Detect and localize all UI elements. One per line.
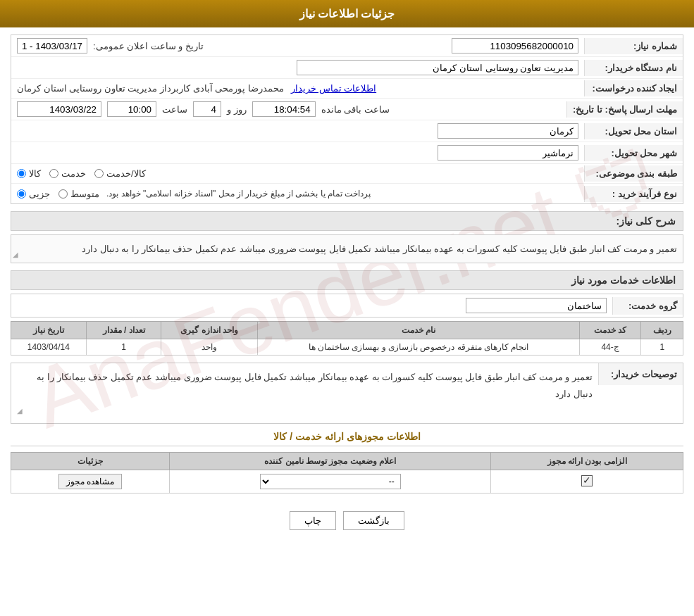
- value-province: [11, 120, 584, 142]
- radio-input-goods[interactable]: [17, 169, 26, 178]
- announce-date-label: تاریخ و ساعت اعلان عمومی:: [93, 41, 204, 51]
- description-box: تعمیر و مرمت کف انبار طبق فایل پیوست کلی…: [11, 234, 683, 263]
- permissions-table: الزامی بودن ارائه مجوز اعلام وضعیت مجوز …: [11, 452, 683, 494]
- row-city: شهر محل تحویل:: [11, 142, 683, 164]
- input-buyer-org[interactable]: [297, 60, 578, 75]
- label-goods: کالا: [29, 168, 41, 179]
- info-section-top: شماره نیاز: تاریخ و ساعت اعلان عمومی: نا…: [11, 34, 683, 204]
- cell-service-name: انجام کارهای متفرقه درخصوص بازسازی و بهس…: [258, 339, 580, 356]
- section-title-services: اطلاعات خدمات مورد نیاز: [11, 270, 683, 290]
- radio-input-service[interactable]: [49, 169, 58, 178]
- time-label: ساعت: [162, 104, 187, 115]
- th-supplier-status: اعلام وضعیت مجوز توسط نامین کننده: [170, 453, 491, 470]
- label-deadline: مهلت ارسال پاسخ: تا تاریخ:: [566, 101, 683, 118]
- service-group-label: گروه خدمت:: [612, 297, 683, 315]
- radio-service: خدمت: [49, 168, 86, 179]
- radio-input-medium[interactable]: [58, 189, 68, 199]
- section-title-description: شرح کلی نیاز:: [11, 211, 683, 231]
- cell-mandatory: [491, 470, 683, 494]
- row-province: استان محل تحویل:: [11, 120, 683, 142]
- th-unit: واحد اندازه گیری: [161, 322, 258, 339]
- row-requester: ایجاد کننده درخواست: اطلاعات تماس خریدار…: [11, 79, 683, 99]
- row-request-number: شماره نیاز: تاریخ و ساعت اعلان عمومی:: [11, 35, 683, 57]
- buyer-notes-text: تعمیر و مرمت کف انبار طبق فایل پیوست کلی…: [37, 372, 593, 398]
- label-service: خدمت: [61, 168, 86, 179]
- days-label: روز و: [227, 104, 247, 115]
- label-request-number: شماره نیاز:: [584, 38, 683, 54]
- cell-supplier-status: --: [170, 470, 491, 494]
- print-button[interactable]: چاپ: [290, 511, 336, 530]
- input-service-group[interactable]: [466, 298, 607, 313]
- remaining-label: ساعت باقی مانده: [321, 104, 390, 115]
- th-service-code: کد خدمت: [579, 322, 641, 339]
- th-service-name: نام خدمت: [258, 322, 580, 339]
- row-buyer-org: نام دستگاه خریدار:: [11, 57, 683, 79]
- label-buyer-org: نام دستگاه خریدار:: [584, 60, 683, 76]
- input-province[interactable]: [438, 123, 578, 139]
- process-note: پرداخت تمام یا بخشی از مبلغ خریدار از مح…: [106, 189, 371, 199]
- value-buyer-org: [11, 57, 584, 78]
- value-requester: اطلاعات تماس خریدار محمدرضا پورمحی آبادی…: [11, 80, 584, 96]
- label-province: استان محل تحویل:: [584, 123, 683, 139]
- resize-handle: ◢: [13, 249, 18, 261]
- supplier-status-select[interactable]: --: [260, 474, 401, 489]
- label-city: شهر محل تحویل:: [584, 145, 683, 161]
- view-permit-button[interactable]: مشاهده مجوز: [58, 474, 122, 489]
- footer-buttons: بازگشت چاپ: [11, 501, 683, 541]
- page-title: جزئیات اطلاعات نیاز: [299, 8, 395, 20]
- radio-partial: جزیی: [17, 189, 50, 199]
- value-city: [11, 142, 584, 163]
- th-deadline: تاریخ نیاز: [11, 322, 87, 339]
- buyer-notes-row: توصیحات خریدار: تعمیر و مرمت کف انبار طب…: [11, 363, 683, 424]
- row-category: طبقه بندی موضوعی: کالا/خدمت خدمت کالا: [11, 164, 683, 184]
- input-time[interactable]: [107, 101, 156, 117]
- buyer-notes-label: توصیحات خریدار:: [598, 363, 683, 385]
- description-text: تعمیر و مرمت کف انبار طبق فایل پیوست کلی…: [82, 244, 677, 254]
- radio-input-partial[interactable]: [17, 189, 26, 199]
- announce-date-container: تاریخ و ساعت اعلان عمومی:: [11, 35, 298, 56]
- input-deadline-date[interactable]: [17, 101, 101, 117]
- value-process-type: پرداخت تمام یا بخشی از مبلغ خریدار از مح…: [11, 186, 584, 202]
- cell-service-code: ج-44: [579, 339, 641, 356]
- cell-row-num: 1: [641, 339, 683, 356]
- label-process-type: نوع فرآیند خرید :: [584, 186, 683, 202]
- input-request-number[interactable]: [452, 38, 578, 54]
- row-process-type: نوع فرآیند خرید : پرداخت تمام یا بخشی از…: [11, 184, 683, 203]
- th-details: جزئیات: [11, 453, 170, 470]
- cell-unit: واحد: [161, 339, 258, 356]
- permissions-header-row: الزامی بودن ارائه مجوز اعلام وضعیت مجوز …: [11, 453, 683, 470]
- cell-details: مشاهده مجوز: [11, 470, 170, 494]
- value-request-number: [298, 35, 585, 56]
- page-header: جزئیات اطلاعات نیاز: [0, 0, 694, 27]
- contact-link[interactable]: اطلاعات تماس خریدار: [291, 83, 376, 94]
- input-remaining[interactable]: [252, 101, 316, 117]
- cell-quantity: 1: [86, 339, 161, 356]
- back-button[interactable]: بازگشت: [343, 511, 404, 530]
- table-row: 1 ج-44 انجام کارهای متفرقه درخصوص بازساز…: [11, 339, 683, 356]
- radio-medium: متوسط: [58, 189, 99, 199]
- service-group-row: گروه خدمت:: [11, 294, 683, 318]
- input-announce-date[interactable]: [17, 38, 87, 54]
- label-partial: جزیی: [29, 189, 50, 199]
- services-table-header-row: ردیف کد خدمت نام خدمت واحد اندازه گیری ت…: [11, 322, 683, 339]
- main-content: 🛡 AnaFender.net شماره نیاز: تاریخ و ساعت…: [0, 27, 694, 548]
- radio-goods: کالا: [17, 168, 41, 179]
- th-quantity: تعداد / مقدار: [86, 322, 161, 339]
- cell-deadline: 1403/04/14: [11, 339, 87, 356]
- permissions-row: -- مشاهده مجوز: [11, 470, 683, 494]
- value-deadline: ساعت باقی مانده روز و ساعت: [11, 99, 566, 120]
- th-row-num: ردیف: [641, 322, 683, 339]
- th-mandatory: الزامی بودن ارائه مجوز: [491, 453, 683, 470]
- input-days[interactable]: [193, 101, 221, 117]
- radio-goods-service: کالا/خدمت: [94, 168, 146, 179]
- radio-input-goods-service[interactable]: [94, 169, 104, 178]
- page-wrapper: جزئیات اطلاعات نیاز 🛡 AnaFender.net شمار…: [0, 0, 694, 616]
- mandatory-checkbox: [581, 475, 593, 486]
- permissions-title: اطلاعات مجوزهای ارائه خدمت / کالا: [11, 431, 683, 446]
- row-deadline: مهلت ارسال پاسخ: تا تاریخ: ساعت باقی مان…: [11, 99, 683, 120]
- label-goods-service: کالا/خدمت: [106, 168, 146, 179]
- input-city[interactable]: [438, 145, 578, 161]
- label-category: طبقه بندی موضوعی:: [584, 165, 683, 182]
- label-requester: ایجاد کننده درخواست:: [584, 80, 683, 96]
- value-category: کالا/خدمت خدمت کالا: [11, 165, 584, 182]
